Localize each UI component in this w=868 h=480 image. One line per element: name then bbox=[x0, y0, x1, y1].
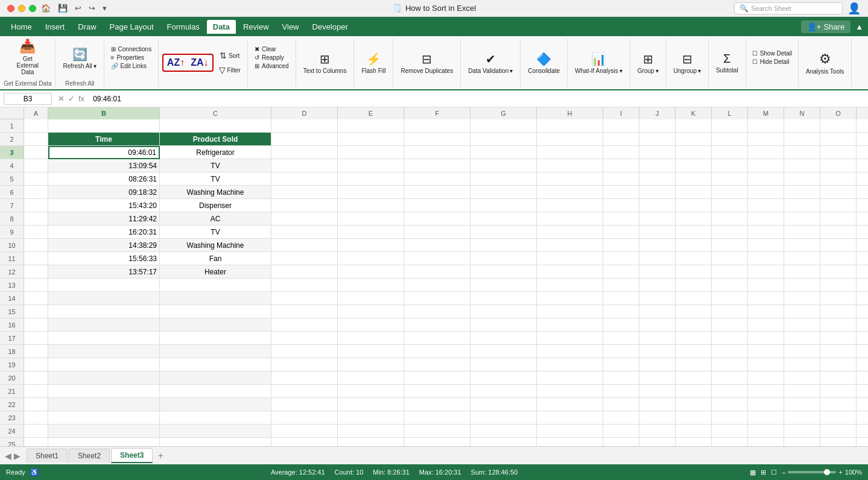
cell[interactable] bbox=[537, 226, 603, 239]
cell[interactable] bbox=[603, 172, 639, 186]
col-header-h[interactable]: H bbox=[537, 107, 603, 119]
cell[interactable] bbox=[48, 292, 160, 305]
cell[interactable]: Fan bbox=[160, 252, 271, 265]
cell[interactable] bbox=[470, 226, 537, 239]
cell[interactable] bbox=[48, 411, 160, 425]
cell[interactable] bbox=[470, 318, 537, 332]
cell[interactable] bbox=[748, 345, 784, 358]
cell[interactable] bbox=[603, 425, 639, 438]
cell[interactable] bbox=[820, 305, 857, 318]
what-if-analysis-button[interactable]: 📊 What-If Analysis ▾ bbox=[571, 49, 626, 77]
cell[interactable]: TV bbox=[160, 159, 271, 172]
cell[interactable] bbox=[784, 425, 820, 438]
cell[interactable] bbox=[271, 146, 338, 159]
cell[interactable] bbox=[271, 371, 338, 385]
cell[interactable] bbox=[470, 186, 537, 199]
account-icon[interactable]: 👤 bbox=[847, 2, 861, 15]
cell[interactable] bbox=[784, 305, 820, 318]
cell[interactable] bbox=[24, 199, 48, 212]
cell[interactable] bbox=[676, 318, 712, 332]
cell[interactable] bbox=[676, 358, 712, 371]
cell[interactable] bbox=[748, 398, 784, 411]
cell[interactable] bbox=[338, 318, 404, 332]
cell[interactable] bbox=[857, 332, 868, 345]
cell[interactable] bbox=[639, 172, 676, 186]
menu-home[interactable]: Home bbox=[5, 20, 38, 34]
cell[interactable] bbox=[639, 425, 676, 438]
cell[interactable] bbox=[857, 199, 868, 212]
cell[interactable] bbox=[820, 252, 857, 265]
cell[interactable] bbox=[338, 332, 404, 345]
cell[interactable] bbox=[404, 438, 470, 446]
cell[interactable] bbox=[537, 172, 603, 186]
cell[interactable] bbox=[784, 146, 820, 159]
sheet-nav-next[interactable]: ▶ bbox=[14, 451, 21, 461]
row-header-10[interactable]: 10 bbox=[0, 239, 24, 252]
cell[interactable] bbox=[470, 265, 537, 279]
cell[interactable] bbox=[470, 411, 537, 425]
cell[interactable] bbox=[712, 199, 748, 212]
cell[interactable] bbox=[48, 119, 160, 133]
row-header-18[interactable]: 18 bbox=[0, 345, 24, 358]
cell[interactable] bbox=[160, 438, 271, 446]
sort-az-button[interactable]: AZ↑ bbox=[165, 56, 187, 69]
cell[interactable] bbox=[404, 305, 470, 318]
row-header-2[interactable]: 2 bbox=[0, 133, 24, 146]
cell[interactable] bbox=[639, 133, 676, 146]
cell[interactable] bbox=[603, 265, 639, 279]
cell[interactable] bbox=[676, 133, 712, 146]
cell[interactable] bbox=[676, 252, 712, 265]
page-break-view-icon[interactable]: ☐ bbox=[771, 469, 777, 476]
cell[interactable] bbox=[748, 146, 784, 159]
cell[interactable] bbox=[784, 226, 820, 239]
cell[interactable] bbox=[271, 212, 338, 226]
cell[interactable] bbox=[537, 212, 603, 226]
cell[interactable] bbox=[820, 186, 857, 199]
cell[interactable] bbox=[537, 332, 603, 345]
cell[interactable] bbox=[338, 345, 404, 358]
cell[interactable] bbox=[470, 146, 537, 159]
cell[interactable] bbox=[48, 279, 160, 292]
cell[interactable] bbox=[160, 305, 271, 318]
cell[interactable] bbox=[820, 279, 857, 292]
cell[interactable]: AC bbox=[160, 212, 271, 226]
cell[interactable]: 08:26:31 bbox=[48, 172, 160, 186]
col-header-e[interactable]: E bbox=[338, 107, 404, 119]
cell[interactable] bbox=[820, 199, 857, 212]
row-header-9[interactable]: 9 bbox=[0, 226, 24, 239]
cell[interactable] bbox=[748, 172, 784, 186]
cell[interactable]: 09:46:01 bbox=[48, 146, 160, 159]
cell[interactable] bbox=[24, 318, 48, 332]
cell[interactable] bbox=[271, 385, 338, 398]
col-header-l[interactable]: L bbox=[712, 107, 748, 119]
cell[interactable] bbox=[338, 411, 404, 425]
cell[interactable] bbox=[603, 305, 639, 318]
cell[interactable] bbox=[537, 292, 603, 305]
cell[interactable] bbox=[676, 371, 712, 385]
cell[interactable] bbox=[820, 159, 857, 172]
cell[interactable] bbox=[404, 172, 470, 186]
hide-detail-button[interactable]: ☐ Hide Detail bbox=[750, 58, 792, 66]
cell[interactable] bbox=[712, 438, 748, 446]
cell[interactable] bbox=[748, 371, 784, 385]
cell[interactable] bbox=[820, 438, 857, 446]
cell[interactable]: 14:38:29 bbox=[48, 239, 160, 252]
cell[interactable] bbox=[271, 345, 338, 358]
row-header-20[interactable]: 20 bbox=[0, 371, 24, 385]
cell[interactable]: Refrigerator bbox=[160, 146, 271, 159]
group-button[interactable]: ⊞ Group ▾ bbox=[634, 49, 662, 77]
cell[interactable] bbox=[338, 186, 404, 199]
cell[interactable] bbox=[748, 239, 784, 252]
cell[interactable] bbox=[712, 265, 748, 279]
col-header-m[interactable]: M bbox=[748, 107, 784, 119]
show-detail-button[interactable]: ☐ Show Detail bbox=[750, 49, 794, 57]
cell[interactable]: Product Sold bbox=[160, 133, 271, 146]
cell[interactable] bbox=[338, 385, 404, 398]
row-header-3[interactable]: 3 bbox=[0, 146, 24, 159]
cell[interactable] bbox=[857, 358, 868, 371]
cell[interactable] bbox=[404, 133, 470, 146]
cell[interactable] bbox=[748, 159, 784, 172]
cell[interactable]: Washing Machine bbox=[160, 186, 271, 199]
cell[interactable] bbox=[748, 226, 784, 239]
cell[interactable] bbox=[676, 265, 712, 279]
